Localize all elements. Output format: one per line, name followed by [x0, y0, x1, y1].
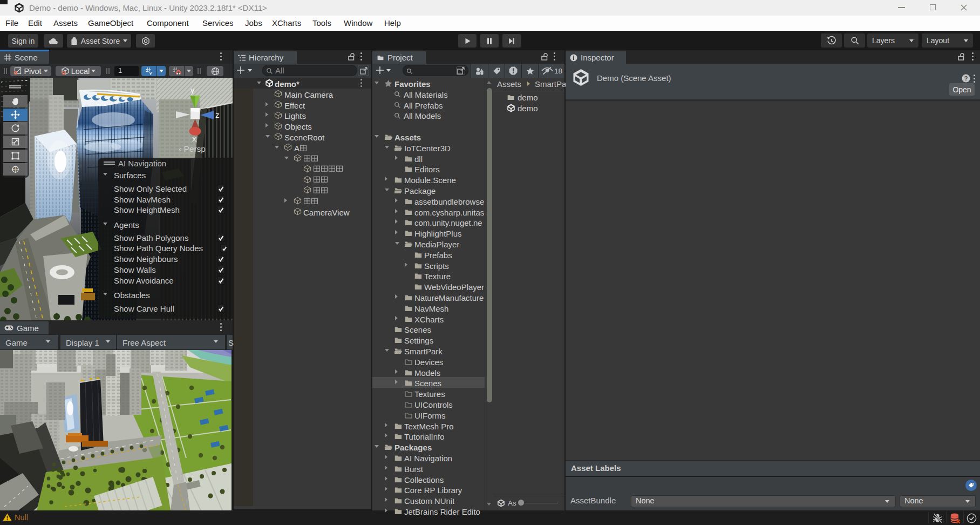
svg-text:?: ? — [964, 75, 968, 82]
svg-text:z: z — [215, 110, 220, 119]
svg-text:x: x — [192, 134, 196, 143]
svg-text:‹ Persp: ‹ Persp — [179, 144, 206, 153]
svg-text:y: y — [190, 85, 195, 95]
svg-text:Y: Y — [149, 71, 152, 76]
